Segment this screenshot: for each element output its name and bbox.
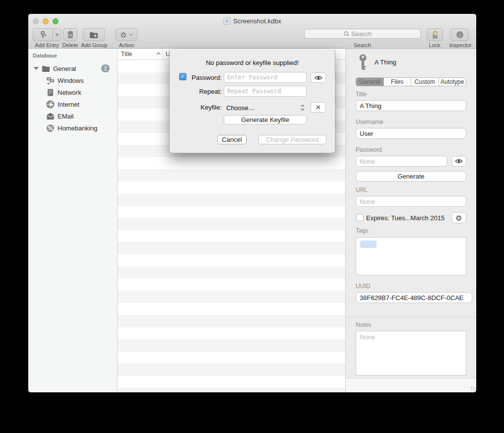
sidebar-item-label: Network bbox=[58, 89, 81, 96]
add-entry-button[interactable] bbox=[33, 28, 61, 41]
window-title-text: Screenshot.kdbx bbox=[233, 17, 281, 25]
sidebar-item-label: EMail bbox=[58, 113, 74, 120]
password-field-label: Password bbox=[356, 146, 382, 153]
title-input[interactable] bbox=[356, 100, 466, 111]
sidebar-item-label: Windows bbox=[58, 77, 84, 84]
inspector-button[interactable]: i bbox=[450, 28, 469, 41]
desktop-background: Screenshot.kdbx Add Entry Del bbox=[0, 0, 504, 433]
enter-password-input[interactable] bbox=[224, 72, 307, 83]
tab-autotype[interactable]: Autotype bbox=[439, 78, 466, 86]
stepper-chevrons-icon bbox=[301, 105, 305, 111]
uuid-input[interactable] bbox=[356, 292, 472, 303]
tab-custom[interactable]: Custom bbox=[411, 78, 439, 86]
gear-icon: ⚙ bbox=[120, 31, 126, 39]
inspector-bottom-bar bbox=[346, 378, 476, 392]
sidebar-item-network[interactable]: Network bbox=[28, 86, 118, 98]
tag-token[interactable] bbox=[360, 241, 377, 248]
expires-settings-button[interactable]: ⚙ bbox=[451, 212, 466, 223]
app-window: Screenshot.kdbx Add Entry Del bbox=[28, 14, 476, 392]
close-icon: ✕ bbox=[315, 104, 321, 111]
sheet-warning-message: No password or keyfile supplied! bbox=[170, 59, 335, 66]
chevron-down-icon bbox=[129, 34, 133, 36]
url-field-label: URL bbox=[356, 186, 368, 193]
window-title: Screenshot.kdbx bbox=[28, 17, 476, 25]
expires-label: Expires: Tues...March 2015 bbox=[366, 214, 444, 222]
action-label: Action bbox=[116, 42, 137, 48]
sidebar-item-email[interactable]: EMail bbox=[28, 110, 118, 122]
disclosure-triangle-icon[interactable] bbox=[34, 67, 39, 70]
reveal-password-button[interactable] bbox=[311, 72, 326, 83]
uuid-field-label: UUID bbox=[356, 283, 370, 290]
eye-icon bbox=[315, 75, 322, 80]
tab-general[interactable]: General bbox=[356, 78, 384, 86]
keyfile-popup-button[interactable]: Choose… bbox=[224, 102, 307, 113]
repeat-password-input[interactable] bbox=[224, 86, 307, 97]
globe-icon bbox=[46, 100, 55, 109]
change-password-button[interactable]: Change Password bbox=[258, 135, 326, 144]
svg-text:i: i bbox=[459, 32, 460, 38]
search-label: Search bbox=[304, 42, 421, 48]
url-input[interactable] bbox=[356, 196, 466, 207]
folder-icon bbox=[42, 64, 50, 73]
generate-keyfile-button[interactable]: Generate Keyfile bbox=[224, 115, 307, 124]
repeat-row-label: Repeat: bbox=[179, 88, 222, 95]
entry-count-badge: 2 bbox=[101, 64, 110, 72]
delete-button[interactable] bbox=[63, 28, 77, 41]
chevron-down-icon[interactable] bbox=[53, 34, 61, 36]
expires-checkbox[interactable] bbox=[356, 214, 364, 221]
column-divider[interactable] bbox=[163, 50, 163, 59]
change-password-sheet: No password or keyfile supplied! ✓ Passw… bbox=[169, 50, 335, 153]
server-icon bbox=[46, 88, 55, 97]
lock-button[interactable] bbox=[427, 28, 443, 41]
title-field-label: Title bbox=[356, 91, 367, 98]
lock-label: Lock bbox=[420, 42, 449, 48]
tab-files[interactable]: Files bbox=[384, 78, 412, 86]
search-field[interactable] bbox=[304, 29, 421, 39]
trash-icon bbox=[67, 31, 74, 39]
tags-field-label: Tags bbox=[356, 227, 368, 234]
titlebar-toolbar: Screenshot.kdbx Add Entry Del bbox=[28, 14, 476, 49]
percent-icon bbox=[46, 124, 55, 132]
sidebar-section-header: Database bbox=[33, 53, 57, 59]
resize-grip[interactable] bbox=[471, 386, 476, 392]
sidebar-item-general[interactable]: General 2 bbox=[28, 62, 118, 74]
username-input[interactable] bbox=[356, 128, 466, 139]
sidebar-item-windows[interactable]: Windows bbox=[28, 74, 118, 86]
key-plus-icon bbox=[33, 31, 53, 39]
keyfile-popup-value: Choose… bbox=[224, 104, 255, 112]
key-icon bbox=[358, 54, 368, 71]
envelope-icon bbox=[46, 112, 55, 121]
notes-field-label: Notes bbox=[356, 321, 371, 328]
inspector-label: Inspector bbox=[446, 42, 474, 48]
inspector-tabs: General Files Custom Autotype bbox=[356, 77, 466, 86]
gear-icon: ⚙ bbox=[455, 214, 462, 222]
action-button[interactable]: ⚙ bbox=[116, 28, 137, 41]
folder-plus-icon bbox=[89, 31, 98, 39]
workgroup-icon bbox=[46, 76, 55, 85]
generate-password-button[interactable]: Generate bbox=[356, 171, 466, 182]
cancel-button[interactable]: Cancel bbox=[217, 135, 247, 144]
column-header-title[interactable]: Title bbox=[121, 51, 132, 58]
sidebar-item-internet[interactable]: Internet bbox=[28, 98, 118, 110]
sidebar: Database General 2 Windows Network Inter… bbox=[28, 49, 118, 392]
reveal-password-button[interactable] bbox=[451, 156, 466, 167]
sidebar-item-homebanking[interactable]: Homebanking bbox=[28, 122, 118, 134]
clear-keyfile-button[interactable]: ✕ bbox=[311, 102, 326, 113]
password-row-label: Password: bbox=[179, 74, 222, 81]
inspector-panel: A Thing General Files Custom Autotype Ti… bbox=[345, 49, 476, 392]
inspector-entry-title: A Thing bbox=[375, 59, 396, 66]
eye-icon bbox=[455, 159, 463, 164]
search-icon bbox=[344, 31, 349, 37]
username-field-label: Username bbox=[356, 119, 383, 125]
tags-box[interactable] bbox=[356, 237, 466, 275]
section-divider bbox=[346, 317, 476, 317]
sidebar-item-label: Homebanking bbox=[58, 124, 97, 132]
document-icon bbox=[223, 17, 231, 25]
sort-ascending-icon bbox=[156, 52, 161, 55]
add-group-label: Add Group bbox=[80, 42, 109, 48]
search-input[interactable] bbox=[351, 30, 381, 38]
keyfile-row-label: Keyfile: bbox=[179, 104, 222, 111]
add-group-button[interactable] bbox=[83, 28, 105, 41]
password-input[interactable] bbox=[356, 156, 447, 167]
notes-textarea[interactable] bbox=[356, 331, 466, 375]
